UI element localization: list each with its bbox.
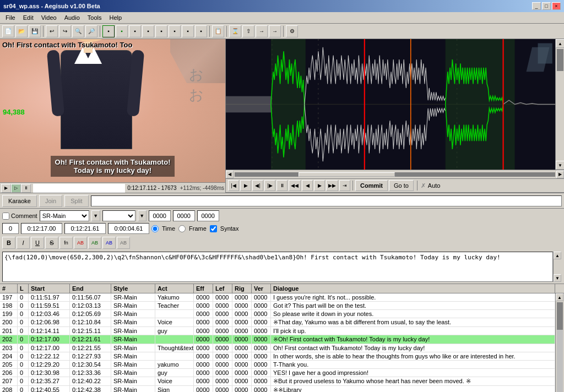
toolbar-settings[interactable]: ⚙: [286, 25, 298, 37]
video-play-button[interactable]: ▶: [1, 184, 11, 193]
list-scroll-track[interactable]: [557, 302, 563, 392]
title-bar-controls[interactable]: _ □ ×: [532, 2, 561, 10]
toolbar-save[interactable]: 💾: [29, 25, 41, 37]
toolbar-b1[interactable]: ▪: [102, 25, 115, 37]
waveform-scroll-down[interactable]: ▼: [556, 161, 564, 170]
toolbar-b8[interactable]: ▪: [195, 25, 207, 37]
transport-next-frame[interactable]: ▶: [314, 180, 325, 191]
toolbar-b6[interactable]: ▪: [169, 25, 181, 37]
table-row[interactable]: 20500:12:29.200:12:30.54SR-Mainyakumo000…: [0, 361, 555, 369]
toolbar-undo[interactable]: ↩: [46, 25, 58, 37]
color3-button[interactable]: AB: [102, 237, 116, 249]
color4-button[interactable]: AB: [117, 237, 130, 249]
table-row[interactable]: 19700:11:51.970:11:56.07SR-MainYakumo000…: [0, 293, 555, 302]
toolbar-redo[interactable]: ↪: [59, 25, 71, 37]
font-button[interactable]: fn: [59, 237, 73, 249]
toolbar-b7[interactable]: ▪: [182, 25, 194, 37]
text-scroll-up[interactable]: ▲: [554, 252, 561, 259]
transport-step-fwd[interactable]: |▶: [264, 180, 275, 191]
num-field-2[interactable]: [173, 210, 195, 221]
maximize-button[interactable]: □: [542, 2, 551, 10]
table-row[interactable]: 20400:12:22.120:12:27.93SR-Main000000000…: [0, 352, 555, 361]
end-time-field[interactable]: [64, 223, 106, 234]
style-dropdown-btn[interactable]: ▼: [91, 210, 100, 221]
hscroll-left-btn[interactable]: ◀: [226, 171, 234, 178]
strikethrough-button[interactable]: S: [45, 237, 58, 249]
menu-edit[interactable]: Edit: [20, 13, 37, 22]
join-button[interactable]: Join: [39, 195, 62, 207]
transport-prev-frame[interactable]: ◀: [302, 180, 313, 191]
list-body[interactable]: 19700:11:51.970:11:56.07SR-MainYakumo000…: [0, 293, 555, 392]
list-scroll-thumb[interactable]: [557, 302, 563, 330]
transport-next-sub[interactable]: ▶▶: [326, 180, 338, 191]
time-radio[interactable]: [151, 225, 159, 232]
transport-pause[interactable]: ⏸: [276, 180, 288, 191]
color2-button[interactable]: AB: [88, 237, 101, 249]
subtitle-text-area[interactable]: [2, 252, 553, 282]
start-time-field[interactable]: [21, 223, 62, 234]
italic-button[interactable]: I: [17, 237, 30, 249]
table-row[interactable]: 20200:12:17.000:12:21.61SR-Main000000000…: [0, 335, 555, 344]
toolbar-zoomin[interactable]: 🔎: [85, 25, 97, 37]
table-row[interactable]: 19800:11:59.510:12:03.13SR-MainTeacher00…: [0, 302, 555, 310]
actor-dropdown-btn[interactable]: ▼: [138, 210, 147, 221]
toolbar-f1[interactable]: →: [256, 25, 268, 37]
toolbar-b2[interactable]: ▪: [116, 25, 128, 37]
toolbar-b5[interactable]: ▪: [155, 25, 167, 37]
color1-button[interactable]: AB: [74, 237, 87, 249]
table-row[interactable]: 20300:12:17.000:12:21.55SR-MainThought&t…: [0, 344, 555, 352]
transport-prev-sub[interactable]: ◀◀: [289, 180, 301, 191]
video-seek-bar[interactable]: [33, 184, 125, 193]
hscroll-thumb[interactable]: [299, 172, 395, 177]
table-row[interactable]: 20800:12:40.550:12:42.38SR-MainSign00000…: [0, 386, 555, 392]
toolbar-f2[interactable]: →: [269, 25, 281, 37]
num-field-3[interactable]: [197, 210, 219, 221]
frame-radio[interactable]: [178, 225, 186, 232]
list-scroll-up[interactable]: ▲: [556, 293, 563, 301]
waveform-scroll-up[interactable]: ▲: [556, 39, 564, 48]
minimize-button[interactable]: _: [532, 2, 541, 10]
toolbar-find[interactable]: 🔍: [72, 25, 84, 37]
toolbar-timer[interactable]: ⌛: [229, 25, 241, 37]
table-row[interactable]: 20700:12:35.270:12:40.22SR-MainVoice0000…: [0, 377, 555, 386]
bold-button[interactable]: B: [2, 237, 15, 249]
toolbar-b4[interactable]: ▪: [142, 25, 154, 37]
syntax-checkbox[interactable]: [210, 225, 217, 232]
toolbar-b3[interactable]: ▪: [129, 25, 141, 37]
table-row[interactable]: 20600:12:30.980:12:33.36SR-Mainguy000000…: [0, 369, 555, 377]
text-area-scrollbar[interactable]: ▲ ▼: [553, 252, 562, 282]
layer-field[interactable]: [2, 223, 19, 234]
hscroll-right-btn[interactable]: ▶: [556, 171, 564, 178]
menu-audio[interactable]: Audio: [61, 13, 83, 22]
hscroll-track[interactable]: [235, 172, 555, 177]
toolbar-open[interactable]: 📂: [15, 25, 28, 37]
text-scroll-down[interactable]: ▼: [554, 274, 561, 282]
close-button[interactable]: ×: [552, 2, 561, 10]
actor-select[interactable]: [102, 210, 135, 221]
menu-video[interactable]: Video: [38, 13, 60, 22]
karaoke-input[interactable]: [91, 195, 562, 206]
num-field-1[interactable]: [149, 210, 171, 221]
waveform-vscrollbar[interactable]: ▲ ▼: [555, 39, 564, 170]
toolbar-props[interactable]: 📋: [212, 25, 224, 37]
video-pause-button[interactable]: ⏸: [21, 184, 31, 193]
menu-help[interactable]: Help: [106, 13, 125, 22]
table-row[interactable]: 20000:12:06.980:12:10.84SR-MainVoice0000…: [0, 318, 555, 327]
goto-button[interactable]: Go to: [389, 180, 414, 191]
underline-button[interactable]: U: [31, 237, 44, 249]
style-select[interactable]: SR-Main: [40, 210, 89, 221]
list-scrollbar[interactable]: ▲ ▼: [555, 293, 564, 392]
transport-to-start[interactable]: |◀: [228, 180, 239, 191]
duration-field[interactable]: [108, 223, 149, 234]
transport-snap[interactable]: ⇥: [339, 180, 350, 191]
comment-checkbox[interactable]: [2, 213, 9, 220]
commit-button[interactable]: Commit: [355, 180, 388, 191]
table-row[interactable]: 19900:12:03.460:12:05.69SR-Main000000000…: [0, 310, 555, 318]
table-row[interactable]: 20100:12:14.110:12:15.11SR-Mainguy000000…: [0, 327, 555, 335]
video-loop-button[interactable]: ▷: [11, 184, 21, 193]
transport-play[interactable]: ▶: [240, 180, 251, 191]
karaoke-button[interactable]: Karaoke: [2, 195, 37, 207]
menu-tools[interactable]: Tools: [84, 13, 105, 22]
text-scroll-track[interactable]: [554, 259, 562, 274]
waveform-vscroll-thumb[interactable]: [557, 49, 563, 71]
